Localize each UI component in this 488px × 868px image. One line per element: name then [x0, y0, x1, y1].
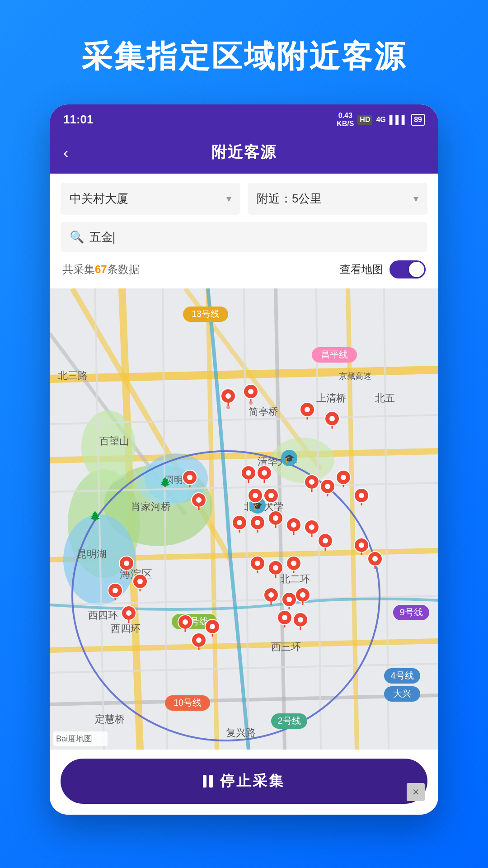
dropdown-row: 中关村大厦 ▾ 附近：5公里 ▾ — [61, 183, 427, 215]
nearby-dropdown[interactable]: 附近：5公里 ▾ — [248, 183, 427, 215]
svg-point-136 — [137, 579, 143, 584]
svg-point-82 — [329, 416, 335, 421]
svg-point-71 — [225, 393, 231, 399]
svg-point-178 — [282, 615, 287, 620]
svg-text:西三环: 西三环 — [271, 641, 301, 652]
close-corner-button[interactable]: ✕ — [407, 783, 425, 801]
svg-point-112 — [359, 493, 364, 498]
stop-btn-label: 停止采集 — [220, 771, 285, 791]
svg-text:北五: 北五 — [375, 392, 395, 404]
location-arrow-icon: ▾ — [226, 193, 231, 205]
page-headline: 采集指定区域附近客源 — [54, 0, 434, 104]
stats-row: 共采集67条数据 查看地图 — [61, 259, 427, 282]
signal-bars-icon: ▌▌▌ — [389, 115, 408, 125]
svg-point-121 — [273, 515, 278, 521]
search-row: 🔍 五金 — [61, 222, 427, 252]
stats-text: 共采集67条数据 — [62, 262, 140, 277]
location-dropdown[interactable]: 中关村大厦 ▾ — [61, 183, 240, 215]
map-svg: 百望山 昆明湖 海淀区 肖家河桥 圆明园 西四环 西四环 清华大学 北京大学 北… — [50, 288, 438, 750]
svg-point-97 — [253, 493, 258, 498]
svg-point-160 — [183, 619, 188, 625]
svg-point-166 — [210, 624, 215, 629]
back-button[interactable]: ‹ — [63, 144, 68, 161]
map-label: 查看地图 — [340, 262, 383, 277]
svg-point-88 — [196, 497, 202, 503]
svg-point-148 — [273, 565, 278, 571]
app-header: ‹ 附近客源 — [50, 133, 438, 174]
svg-point-109 — [341, 475, 346, 480]
svg-text:13号线: 13号线 — [192, 309, 220, 319]
svg-text:🎓: 🎓 — [284, 453, 295, 463]
svg-point-157 — [372, 556, 378, 561]
svg-text:大兴: 大兴 — [393, 689, 411, 698]
svg-point-118 — [255, 520, 260, 525]
stats-count: 67 — [95, 263, 107, 275]
nearby-value: 附近：5公里 — [257, 191, 322, 207]
svg-text:2号线: 2号线 — [277, 716, 300, 726]
svg-text:西四环: 西四环 — [88, 609, 118, 621]
svg-point-139 — [113, 588, 118, 593]
search-icon: 🔍 — [70, 230, 84, 244]
controls-area: 中关村大厦 ▾ 附近：5公里 ▾ 🔍 五金 共采集67条数据 查看地图 — [50, 174, 438, 288]
svg-point-115 — [237, 520, 242, 525]
svg-point-163 — [196, 637, 202, 643]
search-input[interactable]: 五金 — [89, 229, 418, 245]
svg-text:肖家河桥: 肖家河桥 — [131, 501, 171, 512]
svg-text:定慧桥: 定慧桥 — [95, 713, 125, 725]
phone-frame: 11:01 0.43 KB/S HD 4G ▌▌▌ 89 ‹ 附近客源 中关村大… — [50, 104, 438, 815]
svg-point-181 — [298, 617, 303, 623]
map-toggle-area: 查看地图 — [340, 260, 426, 278]
location-value: 中关村大厦 — [70, 191, 128, 207]
pause-bar-right — [209, 775, 213, 788]
svg-point-103 — [309, 479, 314, 485]
svg-text:Bai度地图: Bai度地图 — [56, 734, 92, 743]
svg-point-77 — [249, 401, 253, 405]
svg-point-75 — [248, 389, 253, 394]
svg-point-133 — [124, 561, 129, 566]
signal-4g: 4G — [376, 116, 385, 124]
svg-point-175 — [300, 592, 305, 598]
svg-text:9号线: 9号线 — [399, 607, 422, 617]
svg-point-100 — [268, 493, 274, 498]
network-speed: 0.43 KB/S — [337, 112, 354, 127]
svg-point-91 — [246, 470, 251, 476]
svg-point-151 — [291, 561, 296, 566]
svg-text:🌲: 🌲 — [89, 510, 101, 521]
svg-text:简亭桥: 简亭桥 — [249, 406, 278, 417]
svg-point-85 — [187, 475, 192, 480]
svg-point-94 — [262, 470, 267, 476]
map-container[interactable]: 百望山 昆明湖 海淀区 肖家河桥 圆明园 西四环 西四环 清华大学 北京大学 北… — [50, 288, 438, 750]
svg-point-142 — [126, 610, 131, 616]
battery-icon: 89 — [411, 114, 425, 126]
svg-text:百望山: 百望山 — [99, 435, 129, 447]
svg-point-169 — [268, 592, 274, 598]
svg-point-145 — [255, 561, 260, 566]
svg-text:4号线: 4号线 — [390, 670, 413, 680]
pause-icon — [203, 775, 213, 788]
stop-collect-button[interactable]: 停止采集 — [61, 759, 427, 804]
svg-point-154 — [359, 542, 364, 548]
svg-text:🌲: 🌲 — [160, 476, 171, 487]
svg-point-127 — [309, 524, 314, 530]
status-icons: 0.43 KB/S HD 4G ▌▌▌ 89 — [337, 112, 425, 127]
status-bar: 11:01 0.43 KB/S HD 4G ▌▌▌ 89 — [50, 104, 438, 133]
svg-text:昆明湖: 昆明湖 — [77, 548, 107, 560]
nearby-arrow-icon: ▾ — [413, 193, 418, 205]
status-time: 11:01 — [63, 113, 94, 127]
page-title: 附近客源 — [211, 142, 277, 163]
svg-text:京藏高速: 京藏高速 — [339, 372, 371, 381]
svg-text:西四环: 西四环 — [111, 623, 141, 634]
svg-point-124 — [291, 522, 296, 528]
svg-text:复兴路: 复兴路 — [226, 727, 256, 738]
hd-badge: HD — [357, 115, 372, 125]
pause-bar-left — [203, 775, 206, 788]
svg-text:上清桥: 上清桥 — [316, 392, 346, 404]
svg-text:昌平线: 昌平线 — [321, 349, 348, 359]
map-view-toggle[interactable] — [389, 260, 426, 278]
svg-text:北三路: 北三路 — [58, 370, 88, 381]
svg-point-172 — [286, 597, 292, 602]
svg-point-130 — [323, 538, 328, 543]
bottom-bar: 停止采集 ✕ — [50, 750, 438, 815]
svg-point-73 — [226, 406, 230, 409]
toggle-knob — [409, 262, 424, 277]
